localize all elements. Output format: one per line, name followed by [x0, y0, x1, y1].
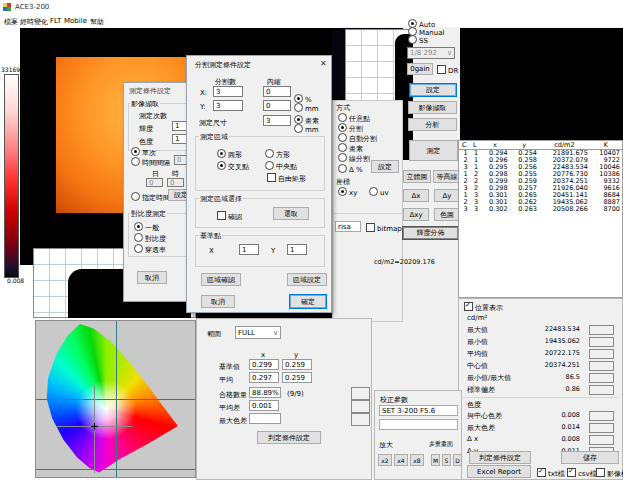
image-file-checkbox[interactable]: 影像檔 — [596, 468, 623, 479]
stat-row: 最大值22483.534 — [467, 325, 618, 335]
menu-file[interactable]: 檔案 — [4, 17, 18, 27]
confirm-checkbox[interactable]: 確認 — [217, 211, 242, 222]
gain-button[interactable]: 0gain — [407, 63, 433, 75]
y-div-field[interactable]: 3 — [213, 100, 243, 111]
method-set-button[interactable]: 設定 — [371, 160, 399, 173]
cie-diagram-pane[interactable] — [35, 320, 196, 478]
method-opt-linesplit[interactable]: 線分割 — [338, 153, 370, 164]
base-y-label: Y — [271, 247, 275, 255]
y-inset-field[interactable]: 0 — [263, 100, 291, 111]
risa-field[interactable]: risa — [335, 221, 361, 232]
exposure-ss-radio[interactable]: SS — [408, 35, 428, 45]
bitmap-checkbox[interactable]: bitmap — [366, 223, 402, 233]
menu-mobile[interactable]: Mobile — [64, 17, 87, 25]
coord-uv-radio[interactable]: uv — [369, 187, 389, 197]
center-radio[interactable]: 中央點 — [265, 161, 297, 172]
zoom-x4-button[interactable]: x4 — [394, 454, 408, 466]
ref-x-field[interactable]: 0.299 — [249, 359, 279, 370]
method-opt-delta[interactable]: Δ % — [338, 164, 363, 174]
mm2-radio[interactable]: mm — [294, 124, 319, 134]
multi-m-button[interactable]: M — [431, 454, 440, 466]
mm-radio[interactable]: mm — [294, 103, 319, 113]
spec-time-radio[interactable]: 指定時間 — [131, 192, 170, 203]
avg-y-field[interactable]: 0.259 — [282, 372, 312, 383]
x-div-field[interactable]: 3 — [213, 86, 243, 97]
table-row[interactable]: 310.2950.25622483.53410046 — [459, 164, 622, 171]
hour-field: 0 — [167, 178, 184, 187]
base-y-field[interactable]: 1 — [287, 244, 307, 255]
secondary-image-view[interactable] — [460, 28, 623, 140]
judge-condition-button[interactable]: 判定條件設定 — [257, 431, 321, 444]
base-x-field[interactable]: 1 — [239, 244, 259, 255]
table-row[interactable]: 210.2960.25820372.0799722 — [459, 157, 622, 164]
colormap-button[interactable]: 色圖 — [434, 208, 460, 221]
table-row[interactable]: 230.3010.26219435.0628887 — [459, 199, 622, 206]
general-radio[interactable]: 一般 — [134, 222, 159, 233]
contour-button[interactable]: 等高線 — [433, 170, 461, 183]
shutter-dropdown[interactable]: 1/8 292∨ — [407, 47, 455, 59]
zoom-x8-button[interactable]: x8 — [410, 454, 424, 466]
judge-result-box — [351, 413, 370, 426]
pass-count-label: 合格數量 — [219, 390, 247, 400]
table-row[interactable]: 330.3020.26320508.2668700 — [459, 206, 622, 213]
coord-xy-radio[interactable]: xy — [338, 187, 357, 197]
checkbox-icon — [567, 468, 576, 477]
csv-checkbox[interactable]: csv檔 — [567, 468, 597, 479]
area-set-button[interactable]: 區域設定 — [287, 273, 327, 286]
position-display-checkbox[interactable]: 位置表示 — [464, 302, 503, 313]
delta-y-button[interactable]: Δy — [434, 189, 460, 202]
lum-dist-button[interactable]: 輝度分佈 — [402, 226, 459, 240]
judge-result-box — [589, 325, 614, 335]
menu-bar: 檔案 經時變化 FLT Mobile 幫助 — [0, 14, 623, 27]
dr-checkbox[interactable]: DR — [437, 65, 458, 75]
judge-result-box — [589, 435, 614, 445]
split-dialog[interactable]: 分割測定條件設定 ✕ 分割數 內縮 X: 3 0 Y: 3 0 % mm 測定尺… — [186, 55, 332, 313]
contrast-radio[interactable]: 對比度 — [134, 233, 166, 244]
menu-help[interactable]: 幫助 — [90, 17, 104, 27]
analyze-button[interactable]: 分析 — [408, 118, 457, 131]
stats-judge-button[interactable]: 判定條件設定 — [469, 451, 531, 464]
excel-report-button[interactable]: Excel Report — [467, 465, 531, 478]
area-confirm-button[interactable]: 區域確認 — [201, 273, 241, 286]
multi-s-button[interactable]: S — [442, 454, 451, 466]
avg-x-field[interactable]: 0.297 — [249, 372, 279, 383]
dialog-cancel-button[interactable]: 取消 — [201, 295, 235, 308]
radio-icon — [131, 192, 140, 201]
square-radio[interactable]: 方形 — [265, 149, 290, 160]
x-inset-field[interactable]: 0 — [263, 86, 291, 97]
table-header-row: CL xy cd/m2K — [459, 141, 622, 150]
table-row[interactable]: 320.2980.25721926.0409616 — [459, 185, 622, 192]
transmit-radio[interactable]: 穿透率 — [134, 244, 166, 255]
range-dropdown[interactable]: FULL∨ — [235, 326, 281, 339]
settings-button[interactable]: 設定 — [409, 83, 457, 97]
save-button[interactable]: 儲存 — [561, 451, 619, 464]
table-row[interactable]: 130.3010.26520451.1418684 — [459, 192, 622, 199]
table-row[interactable]: 120.2980.25520776.73010386 — [459, 171, 622, 178]
freerect-checkbox[interactable]: 自由矩形 — [267, 173, 306, 184]
radio-icon — [134, 233, 143, 242]
judge-result-box — [351, 387, 370, 400]
cancel-button[interactable]: 取消 — [137, 271, 167, 284]
ref-y-field[interactable]: 0.259 — [282, 359, 312, 370]
menu-time-change[interactable]: 經時變化 — [20, 17, 48, 27]
size-field[interactable]: 3 — [263, 115, 291, 126]
cross-radio[interactable]: 交叉點 — [217, 161, 249, 172]
zoom-x2-button[interactable]: x2 — [378, 454, 392, 466]
solid3d-button[interactable]: 立體圖 — [403, 170, 431, 183]
interval-radio[interactable]: 時間間隔 — [131, 157, 170, 168]
table-row[interactable]: 220.2990.25920374.2519332 — [459, 178, 622, 185]
delta-x-button[interactable]: Δx — [403, 189, 429, 202]
circle-radio[interactable]: 圓形 — [217, 149, 242, 160]
close-icon[interactable]: ✕ — [320, 59, 327, 68]
delta-xy-button[interactable]: Δxy — [403, 208, 429, 221]
measure-button[interactable]: 測定 — [409, 140, 458, 161]
txt-checkbox[interactable]: txt檔 — [537, 468, 565, 479]
dialog-ok-button[interactable]: 確定 — [289, 294, 327, 309]
menu-flt[interactable]: FLT — [50, 17, 61, 25]
app-icon — [3, 3, 11, 11]
window-title: ACE3-200 — [15, 3, 49, 11]
multi-d-button[interactable]: D — [453, 454, 462, 466]
capture-button[interactable]: 影像擷取 — [408, 101, 457, 114]
table-row[interactable]: 110.2940.25421891.67510407 — [459, 150, 622, 158]
pick-button[interactable]: 選取 — [273, 207, 309, 220]
